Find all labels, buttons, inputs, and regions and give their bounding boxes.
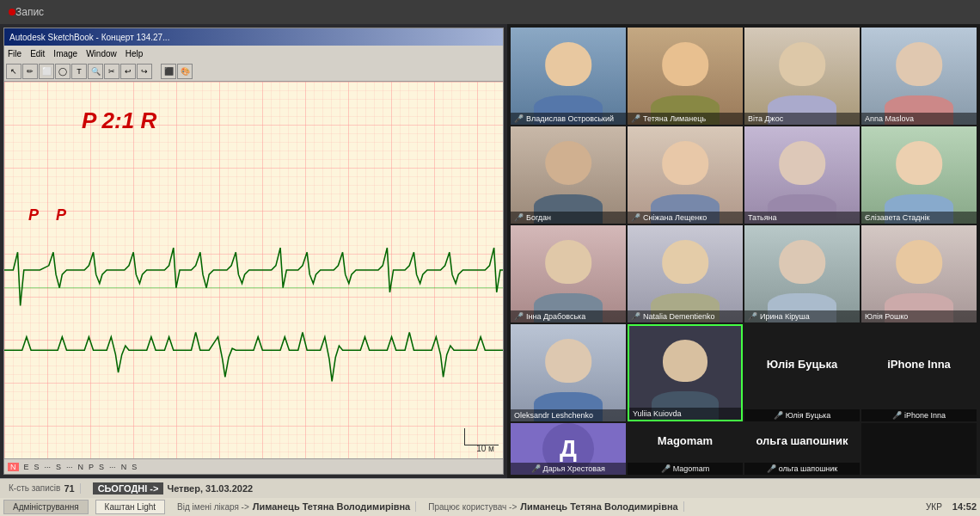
toolbar-btn-8[interactable]: ↩ xyxy=(120,64,136,79)
ecg-bottom-n1: N xyxy=(8,463,19,471)
text-name-18: Magomam xyxy=(658,434,713,447)
today-section: СЬОГОДНІ -> Четвер, 31.03.2022 xyxy=(88,482,258,494)
mic-icon-9: 🎤 xyxy=(514,312,524,321)
mic-icon-18: 🎤 xyxy=(661,464,671,473)
ecg-window: Autodesk SketchBook - Концерт 134.27... … xyxy=(3,28,504,475)
ecg-menu-bar: File Edit Image Window Help xyxy=(4,46,503,61)
ecg-toolbar: ↖ ✏ ⬜ ◯ T 🔍 ✂ ↩ ↪ ⬛ 🎨 xyxy=(4,61,503,82)
ecg-title-bar: Autodesk SketchBook - Концерт 134.27... xyxy=(4,28,503,46)
ecg-chart-area: P 2:1 R P P 10 м xyxy=(4,82,503,458)
participant-name-8: Єлізавета Стаднік xyxy=(865,213,929,222)
mic-icon-15: 🎤 xyxy=(774,411,783,420)
participant-name-3: Віта Джос xyxy=(748,114,783,123)
participant-cell-15: Юлія Буцька 🎤 Юлія Буцька xyxy=(744,324,860,421)
toolbar-btn-6[interactable]: 🔍 xyxy=(88,64,103,79)
administration-tab[interactable]: Адміністрування xyxy=(3,500,89,514)
records-label: К-сть записів xyxy=(9,483,60,493)
participant-name-13: Oleksandr Leshchenko xyxy=(514,411,593,420)
mic-icon-1: 🎤 xyxy=(514,114,524,123)
participant-label-2: 🎤 Тетяна Лиманець xyxy=(628,113,743,125)
participant-label-3: Віта Джос xyxy=(744,113,860,125)
participant-label-14: Yuliia Kuiovda xyxy=(629,408,741,420)
participant-label-16: 🎤 iPhone Inna xyxy=(861,409,977,421)
participant-cell-3: Віта Джос xyxy=(744,28,860,125)
participant-cell-14: Yuliia Kuiovda xyxy=(628,324,743,421)
mic-icon-17: 🎤 xyxy=(531,464,541,473)
text-name-16: iPhone Inna xyxy=(887,358,951,371)
menu-window[interactable]: Window xyxy=(86,49,117,58)
menu-image[interactable]: Image xyxy=(53,49,77,58)
lang-indicator: УКР xyxy=(926,502,942,512)
mic-icon-6: 🎤 xyxy=(631,213,640,222)
menu-help[interactable]: Help xyxy=(126,49,144,58)
status-bar-bottom: Адміністрування Каштан Light Від імені л… xyxy=(0,498,980,517)
participant-name-14: Yuliia Kuiovda xyxy=(633,409,682,418)
participant-label-18: 🎤 Magomam xyxy=(628,463,743,475)
participant-name-1: Владислав Островський xyxy=(526,114,614,123)
participant-sublabel-18: Magomam xyxy=(673,464,710,473)
status-bar-top: К-сть записів 71 СЬОГОДНІ -> Четвер, 31.… xyxy=(0,479,980,498)
participant-name-2: Тетяна Лиманець xyxy=(643,114,706,123)
participant-cell-10: 🎤 Natalia Dementienko xyxy=(628,225,743,322)
mic-icon-11: 🎤 xyxy=(748,312,757,321)
toolbar-btn-1[interactable]: ↖ xyxy=(6,64,21,79)
time-display: 14:52 xyxy=(952,501,977,512)
participant-cell-9: 🎤 Інна Драбовська xyxy=(511,225,626,322)
participant-sublabel-16: iPhone Inna xyxy=(904,411,946,420)
menu-edit[interactable]: Edit xyxy=(30,49,45,58)
participant-cell-4: Anna Maslova xyxy=(861,28,977,125)
participant-label-12: Юлія Рошко xyxy=(861,310,977,322)
participant-name-4: Anna Maslova xyxy=(865,114,914,123)
participant-sublabel-15: Юлія Буцька xyxy=(786,411,831,420)
participant-name-11: Ирина Кіруша xyxy=(760,312,810,321)
top-bar-title: Запис xyxy=(15,6,44,18)
participant-cell-6: 🎤 Сніжана Лещенко xyxy=(628,126,743,224)
ecg-window-title: Autodesk SketchBook - Концерт 134.27... xyxy=(9,33,169,42)
toolbar-btn-4[interactable]: ◯ xyxy=(55,64,70,79)
participant-cell-2: 🎤 Тетяна Лиманець xyxy=(628,28,743,125)
doctor-section: Від імені лікаря -> Лиманець Тетяна Воло… xyxy=(172,501,416,512)
toolbar-btn-2[interactable]: ✏ xyxy=(22,64,38,79)
participant-cell-8: Єлізавета Стаднік xyxy=(861,126,977,224)
participant-label-7: Татьяна xyxy=(744,212,860,224)
participant-cell-1: 🎤 Владислав Островський xyxy=(511,28,626,125)
toolbar-btn-10[interactable]: ⬛ xyxy=(161,64,176,79)
participant-label-17: 🎤 Дарья Хрестовая xyxy=(511,463,626,475)
toolbar-btn-7[interactable]: ✂ xyxy=(104,64,119,79)
mic-icon-5: 🎤 xyxy=(514,213,524,222)
menu-file[interactable]: File xyxy=(8,49,21,58)
status-bars: К-сть записів 71 СЬОГОДНІ -> Четвер, 31.… xyxy=(0,478,980,516)
toolbar-btn-3[interactable]: ⬜ xyxy=(39,64,54,79)
video-panel: 🎤 Владислав Островський 🎤 Тетяна Лиманец… xyxy=(507,24,980,478)
participant-label-6: 🎤 Сніжана Лещенко xyxy=(628,212,743,224)
light-tab[interactable]: Каштан Light xyxy=(95,500,165,514)
participant-cell-17: Д 🎤 Дарья Хрестовая xyxy=(511,423,626,475)
text-name-15: Юлія Буцька xyxy=(767,358,837,371)
participant-name-9: Інна Драбовська xyxy=(526,312,585,321)
participant-name-6: Сніжана Лещенко xyxy=(643,213,707,222)
operator-name: Лиманець Тетяна Володимирівна xyxy=(520,501,677,512)
ecg-panel: Autodesk SketchBook - Концерт 134.27... … xyxy=(0,24,507,478)
participant-label-15: 🎤 Юлія Буцька xyxy=(744,409,860,421)
participant-label-5: 🎤 Богдан xyxy=(511,212,626,224)
participant-name-12: Юлія Рошко xyxy=(865,312,908,321)
participant-cell-7: Татьяна xyxy=(744,126,860,224)
doctor-label: Від імені лікаря -> xyxy=(177,502,249,512)
participant-cell-12: Юлія Рошко xyxy=(861,225,977,322)
ecg-bottom-bar: N E S ··· S ··· N P S ··· N S xyxy=(4,458,503,474)
right-status: УКР 14:52 xyxy=(926,501,977,512)
top-bar: Запис xyxy=(0,0,980,24)
toolbar-btn-11[interactable]: 🎨 xyxy=(177,64,193,79)
participant-name-5: Богдан xyxy=(526,213,551,222)
participant-cell-13: Oleksandr Leshchenko xyxy=(511,324,626,421)
mic-icon-2: 🎤 xyxy=(631,114,640,123)
today-label: СЬОГОДНІ -> xyxy=(93,482,164,494)
toolbar-btn-9[interactable]: ↪ xyxy=(137,64,152,79)
participant-label-10: 🎤 Natalia Dementienko xyxy=(628,310,743,322)
participant-cell-empty xyxy=(861,423,977,475)
mic-icon-16: 🎤 xyxy=(892,411,902,420)
participant-label-1: 🎤 Владислав Островський xyxy=(511,113,626,125)
mic-icon-19: 🎤 xyxy=(767,464,776,473)
doctor-name: Лиманець Тетяна Володимирівна xyxy=(253,501,410,512)
toolbar-btn-5[interactable]: T xyxy=(71,64,87,79)
